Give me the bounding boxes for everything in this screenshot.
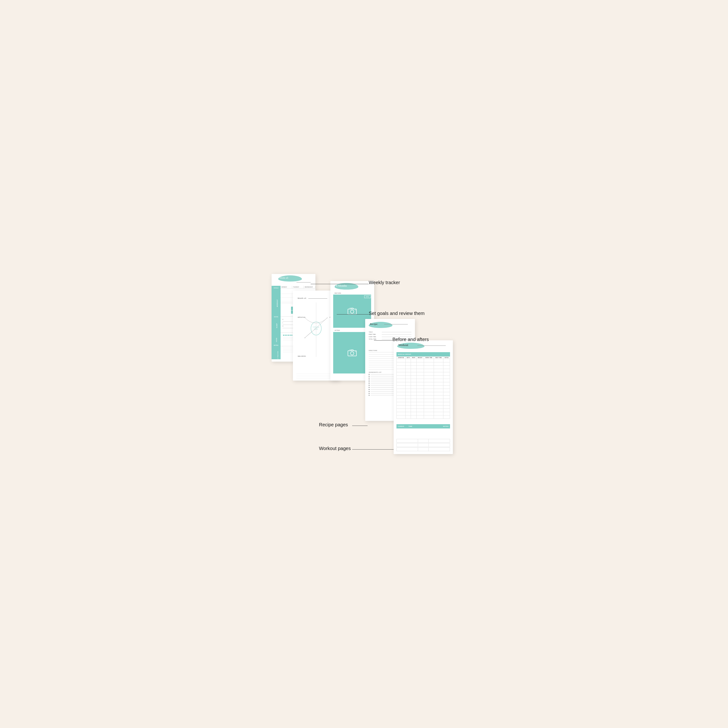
recipe-cook-label: COOK TIME: <box>369 336 382 338</box>
label-recipe-pages: Recipe pages <box>319 422 348 428</box>
workout-cardio-time-label: TIME <box>404 426 412 427</box>
table-row <box>397 362 450 366</box>
table-row <box>397 412 450 415</box>
col-wednesday: WEDNESDAY <box>304 286 315 288</box>
col-tuesday: TUESDAY <box>292 286 304 288</box>
table-row <box>397 385 450 389</box>
weekly-header-text: Week of: <box>279 276 289 279</box>
table-row <box>397 402 450 405</box>
sidebar-daily: DAILY TRACKING <box>277 351 278 362</box>
workout-brush-text: Workout <box>398 343 408 347</box>
table-row <box>397 399 450 402</box>
sidebar-food: FOOD <box>276 338 277 342</box>
sidebar-notes-label: NOTES <box>272 344 281 346</box>
table-row <box>397 359 450 362</box>
recipe-brush-text: Recipe: <box>370 323 378 325</box>
weekly-col-headers: MONDAY TUESDAY WEDNESDAY <box>281 286 315 288</box>
recipe-ingredients-label: INGREDIENTS LIST <box>369 372 382 373</box>
label-workout-pages: Workout pages <box>319 446 351 451</box>
recipe-line <box>384 324 408 324</box>
sidebar-sleep: SLEEP <box>276 323 277 328</box>
col-rest-time: REST TIME <box>434 357 444 359</box>
col-monday: MONDAY <box>281 286 292 288</box>
workout-cardio-notes-label: NOTES <box>443 426 450 427</box>
workout-cardio-header: CARDIO TIME NOTES <box>396 424 450 428</box>
table-row <box>397 372 450 376</box>
table-row <box>397 392 450 396</box>
goals-arrow-wellbeing: ◄ <box>298 355 300 357</box>
table-row <box>397 405 450 409</box>
weekly-header-line <box>297 282 310 283</box>
col-exercise: EXERCISE <box>397 357 406 359</box>
svg-line-9 <box>349 350 350 350</box>
label-set-goals: Set goals and review them <box>369 310 425 316</box>
recipe-yield-row: YIELD: <box>369 331 411 333</box>
table-row <box>397 389 450 392</box>
table-row <box>397 409 450 412</box>
line-goals <box>337 314 369 315</box>
col-work-time: WORK TIME <box>424 357 434 359</box>
goals-6months-text: 6 MonthsGoals <box>309 326 323 330</box>
sidebar-goals: GOALS <box>272 287 281 289</box>
workout-muscle-label: MUSCLE GROUP: <box>398 353 411 355</box>
workout-cardio-rows <box>396 439 450 451</box>
table-row <box>397 376 450 379</box>
camera-bottom-icon <box>347 349 357 356</box>
workout-line <box>418 346 446 346</box>
ba-brush-text: 6 Months <box>336 284 347 288</box>
table-row <box>397 396 450 399</box>
scene: Week of: GOALS WORKOUT STATS SLEEP FOOD … <box>267 267 461 461</box>
recipe-total-label: TOTAL TIME: <box>369 338 382 340</box>
line-before-after <box>374 340 392 341</box>
recipe-yield-label: YIELD: <box>369 331 382 333</box>
table-row <box>397 382 450 385</box>
goals-arrow-nutri: ◄ <box>298 316 300 318</box>
recipe-prep-row: PREP TIME: <box>369 334 411 335</box>
workout-exercise-table: EXERCISE SETS REPS WEIGHT WORK TIME REST… <box>396 356 450 419</box>
ba-before-label: BEFORE <box>335 292 341 294</box>
recipe-directions-label: DIRECTIONS <box>369 350 377 351</box>
ba-date-box: DATE: <box>364 295 371 298</box>
page-workout: Workout MUSCLE GROUP: EXERCISE SETS REPS… <box>394 340 453 454</box>
line-workout <box>352 449 394 450</box>
weekly-sidebar: GOALS WORKOUT STATS SLEEP FOOD NOTES DAI… <box>272 286 281 359</box>
table-row <box>397 369 450 372</box>
camera-top-icon <box>347 307 357 315</box>
table-row <box>397 415 450 419</box>
col-reps: REPS <box>411 357 416 359</box>
ba-after-label: AFTER <box>335 330 340 331</box>
sidebar-stats-label: STATS <box>272 316 281 318</box>
goals-month-label: Month of: <box>298 297 307 299</box>
label-before-afters: Before and afters <box>392 337 429 342</box>
workout-muscle-header: MUSCLE GROUP: <box>396 352 450 356</box>
svg-line-4 <box>349 308 350 309</box>
sidebar-workout: WORKOUT <box>277 299 278 307</box>
svg-point-7 <box>350 352 354 355</box>
recipe-prep-label: PREP TIME: <box>369 334 382 335</box>
label-weekly-tracker: Weekly tracker <box>369 280 400 285</box>
table-row <box>397 379 450 382</box>
svg-point-2 <box>350 310 354 313</box>
table-row <box>397 366 450 369</box>
col-weight: WEIGHT <box>416 357 424 359</box>
workout-cardio-label: CARDIO <box>396 426 404 427</box>
col-sets: SETS <box>405 357 411 359</box>
col-notes: NOTES <box>444 357 450 359</box>
